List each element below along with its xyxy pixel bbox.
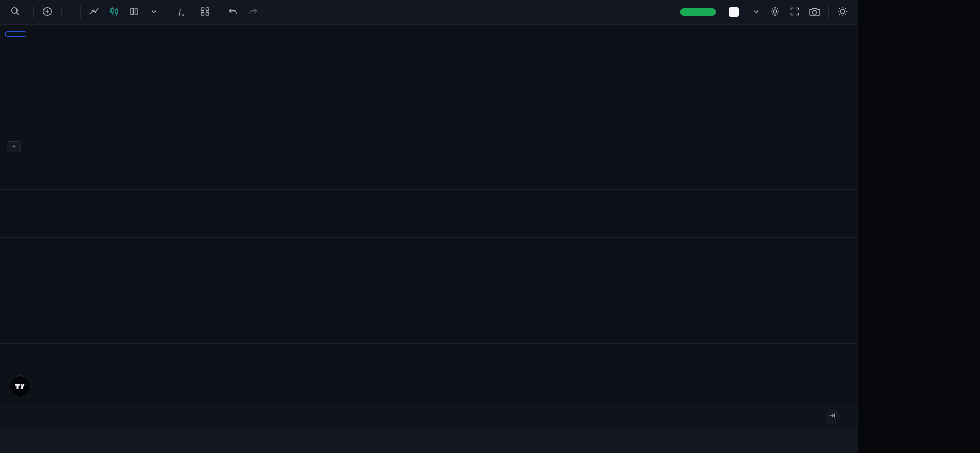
volume-pane (0, 190, 857, 238)
symbol-search-button[interactable] (5, 3, 29, 21)
grid-icon (200, 7, 210, 18)
toolbar-separator (80, 6, 81, 18)
interval-button[interactable] (66, 9, 76, 15)
legend-collapse-button[interactable] (7, 141, 21, 152)
macd-pane (0, 238, 857, 295)
sun-icon (837, 6, 848, 19)
toolbar-separator (61, 6, 62, 18)
layout-select-button[interactable] (744, 4, 765, 20)
camera-icon (809, 7, 820, 18)
stoch-rsi-pane (0, 295, 857, 344)
stoch-rsi-scale[interactable] (802, 295, 857, 344)
undo-button[interactable] (224, 3, 242, 21)
chevron-down-icon (753, 8, 760, 16)
chart-style-menu-button[interactable] (145, 3, 163, 21)
rsi-scale[interactable] (802, 344, 857, 405)
indicators-button[interactable]: ƒx (173, 3, 195, 21)
grid-layout-button[interactable] (196, 3, 214, 21)
time-axis[interactable] (0, 405, 857, 427)
fx-icon: ƒx (178, 7, 185, 18)
tradingview-logo[interactable] (9, 375, 31, 397)
chart-style-bars-button[interactable] (125, 3, 143, 21)
price-pane (0, 25, 857, 190)
bottom-toolbar (0, 427, 857, 453)
rsi-pane (0, 344, 857, 405)
toolbar-separator (33, 6, 34, 18)
chart-style-line-button[interactable] (85, 3, 104, 21)
empty-right-region (857, 0, 980, 453)
settings-button[interactable] (766, 3, 784, 21)
candles-icon (109, 6, 120, 19)
stoch-rsi-canvas[interactable] (0, 295, 802, 344)
toolbar-separator (168, 6, 168, 18)
volume-canvas[interactable] (0, 190, 802, 238)
white-square-icon (729, 7, 739, 17)
rsi-canvas[interactable] (0, 344, 802, 405)
theme-toggle-button[interactable] (833, 3, 852, 21)
chart-style-candles-button[interactable] (105, 3, 124, 21)
toolbar-separator (828, 6, 829, 18)
search-icon (10, 7, 20, 18)
toolbar-separator (219, 6, 219, 18)
top-toolbar: ƒx (0, 0, 857, 25)
macd-scale[interactable] (802, 238, 857, 295)
undo-icon (228, 6, 239, 19)
volume-scale[interactable] (802, 190, 857, 238)
fullscreen-button[interactable] (785, 3, 804, 21)
symbol-box[interactable] (5, 31, 26, 37)
macd-canvas[interactable] (0, 238, 802, 295)
toolbar-left-group: ƒx (5, 3, 262, 21)
gear-icon (769, 6, 780, 19)
line-chart-icon (89, 6, 100, 19)
fullscreen-icon (790, 7, 800, 18)
buy-button[interactable] (680, 8, 716, 16)
chevron-up-icon (11, 143, 17, 151)
toolbar-right-group (680, 3, 852, 21)
plus-circle-icon (42, 7, 52, 18)
redo-icon (247, 6, 258, 19)
panel-toggle-button[interactable] (724, 3, 743, 21)
price-chart-canvas[interactable] (0, 25, 802, 190)
bars-icon (129, 6, 140, 19)
snapshot-button[interactable] (805, 3, 824, 21)
redo-button[interactable] (243, 3, 262, 21)
price-scale[interactable] (802, 25, 857, 190)
symbol-legend-row (5, 31, 44, 37)
go-to-realtime-button[interactable] (826, 410, 839, 423)
arrow-right-icon (829, 412, 835, 421)
chevron-down-icon (151, 8, 157, 16)
compare-add-button[interactable] (38, 3, 57, 21)
tradingview-app: ƒx (0, 0, 857, 453)
